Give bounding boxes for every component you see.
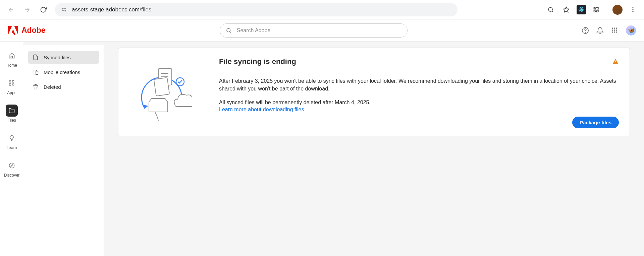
puzzle-icon (593, 6, 600, 13)
svg-point-12 (632, 9, 633, 10)
rail-label: Discover (4, 173, 20, 178)
rail-item-discover[interactable]: Discover (4, 159, 20, 178)
bookmark-button[interactable] (561, 5, 571, 15)
rail-label: Apps (7, 90, 16, 95)
banner-title-row: File syncing is ending (219, 57, 619, 71)
browser-menu-button[interactable] (628, 5, 638, 15)
svg-point-30 (12, 84, 14, 85)
rail-item-learn[interactable]: Learn (6, 132, 18, 150)
document-icon (32, 54, 39, 61)
svg-rect-39 (154, 77, 169, 96)
svg-rect-25 (614, 31, 615, 33)
svg-rect-22 (614, 29, 615, 30)
help-icon[interactable] (582, 27, 589, 34)
app-switcher-icon[interactable] (611, 27, 619, 34)
kebab-icon (630, 6, 636, 13)
nav-controls (6, 5, 48, 15)
rail-label: Learn (7, 145, 17, 150)
header-right (582, 25, 636, 36)
rail-item-files[interactable]: Files (6, 105, 18, 123)
rail-label: Files (7, 118, 16, 123)
svg-marker-35 (142, 105, 148, 109)
svg-rect-29 (9, 84, 11, 85)
svg-rect-28 (12, 81, 14, 82)
search-input[interactable] (220, 23, 408, 38)
sidebar-item-label: Deleted (44, 84, 61, 90)
banner-paragraph-1: After February 3, 2025 you won't be able… (219, 77, 619, 92)
svg-point-27 (9, 81, 11, 82)
svg-point-17 (585, 32, 586, 33)
svg-line-5 (552, 11, 553, 12)
tune-icon (61, 7, 67, 13)
svg-point-4 (548, 7, 552, 11)
sync-ending-banner: File syncing is ending After February 3,… (118, 48, 630, 136)
react-devtools-icon[interactable] (577, 5, 586, 14)
url-path: /files (140, 6, 151, 13)
svg-point-31 (9, 163, 14, 168)
url-text: assets-stage.adobecc.com/files (72, 6, 151, 13)
svg-rect-24 (612, 31, 613, 33)
sidebar-item-label: Synced files (44, 55, 71, 60)
svg-rect-26 (616, 31, 617, 33)
svg-point-14 (227, 28, 230, 32)
reload-icon (40, 6, 47, 13)
reload-button[interactable] (38, 5, 48, 15)
rail-item-home[interactable]: Home (6, 50, 18, 68)
svg-rect-19 (614, 27, 615, 28)
search-wrap (220, 23, 408, 38)
address-bar[interactable]: assets-stage.adobecc.com/files (55, 3, 458, 16)
arrow-left-icon (8, 6, 14, 13)
adobe-logo-wrap[interactable]: Adobe (8, 26, 46, 35)
svg-point-2 (65, 10, 66, 11)
main-layout: Home Apps Files Learn Discover Synced fi… (0, 42, 644, 256)
rail-item-apps[interactable]: Apps (6, 77, 18, 95)
browser-toolbar: assets-stage.adobecc.com/files (0, 0, 644, 19)
browser-right-controls (546, 5, 638, 15)
left-rail: Home Apps Files Learn Discover (0, 42, 23, 256)
banner-title: File syncing is ending (219, 57, 296, 66)
svg-rect-23 (616, 29, 617, 30)
svg-rect-41 (615, 61, 616, 62)
arrow-right-icon (24, 6, 31, 13)
svg-rect-18 (612, 27, 613, 28)
svg-rect-20 (616, 27, 617, 28)
banner-actions: Package files (219, 117, 619, 128)
svg-marker-32 (11, 165, 13, 167)
home-icon (8, 52, 15, 59)
package-files-button[interactable]: Package files (572, 117, 619, 128)
banner-body: File syncing is ending After February 3,… (208, 48, 630, 136)
browser-profile-avatar[interactable] (612, 5, 623, 15)
svg-line-15 (230, 31, 231, 33)
sidebar-item-label: Mobile creations (44, 69, 80, 75)
learn-more-link[interactable]: Learn more about downloading files (219, 107, 304, 112)
warning-icon (612, 58, 619, 65)
app-header: Adobe (0, 19, 644, 42)
divider (607, 6, 607, 14)
sidebar-item-deleted[interactable]: Deleted (28, 80, 99, 93)
svg-rect-42 (615, 63, 616, 63)
apps-icon (8, 80, 15, 86)
back-button[interactable] (6, 5, 16, 15)
notifications-icon[interactable] (596, 27, 604, 34)
trash-icon (32, 83, 39, 90)
svg-point-7 (581, 9, 582, 10)
banner-paragraph-2-wrap: All synced files will be permanently del… (219, 99, 619, 112)
user-avatar[interactable] (626, 25, 636, 36)
zoom-button[interactable] (546, 5, 556, 15)
search-icon (226, 27, 232, 34)
svg-marker-6 (564, 7, 569, 12)
sync-illustration-icon (135, 62, 192, 122)
banner-paragraph-2: All synced files will be permanently del… (219, 99, 619, 106)
compass-icon (8, 162, 15, 169)
sidebar-item-mobile-creations[interactable]: Mobile creations (28, 66, 99, 78)
banner-illustration (118, 48, 208, 136)
sidebar-item-synced-files[interactable]: Synced files (28, 51, 99, 64)
svg-rect-34 (36, 71, 38, 75)
svg-rect-21 (612, 29, 613, 30)
forward-button[interactable] (22, 5, 32, 15)
adobe-brand-text: Adobe (21, 26, 46, 35)
zoom-icon (547, 6, 554, 13)
rail-label: Home (6, 63, 17, 68)
svg-point-0 (62, 8, 63, 9)
extensions-button[interactable] (591, 5, 601, 15)
